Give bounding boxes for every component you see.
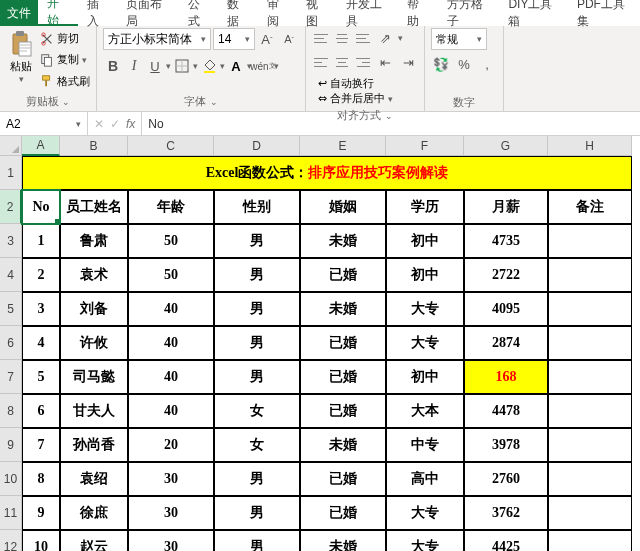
cell[interactable]: 4478 [464, 394, 548, 428]
cell[interactable]: 司马懿 [60, 360, 128, 394]
cell[interactable]: 3 [22, 292, 60, 326]
cell[interactable] [548, 462, 632, 496]
column-header[interactable]: D [214, 136, 300, 156]
cell[interactable]: 大专 [386, 530, 464, 551]
cell[interactable]: 2760 [464, 462, 548, 496]
cell[interactable]: 40 [128, 292, 214, 326]
cancel-icon[interactable]: ✕ [94, 117, 104, 131]
cell[interactable]: 年龄 [128, 190, 214, 224]
row-header[interactable]: 6 [0, 326, 22, 360]
cell[interactable]: 4425 [464, 530, 548, 551]
column-header[interactable]: E [300, 136, 386, 156]
row-header[interactable]: 8 [0, 394, 22, 428]
cell[interactable]: 员工姓名 [60, 190, 128, 224]
cell[interactable]: 已婚 [300, 462, 386, 496]
cell[interactable]: 赵云 [60, 530, 128, 551]
phonetic-button[interactable]: wén文 [253, 56, 273, 76]
cell[interactable]: 4735 [464, 224, 548, 258]
decrease-indent-button[interactable]: ⇤ [375, 52, 395, 72]
cell[interactable]: 女 [214, 394, 300, 428]
cell[interactable]: 4 [22, 326, 60, 360]
cell[interactable]: 性别 [214, 190, 300, 224]
tab-file[interactable]: 文件 [0, 0, 38, 26]
cell[interactable] [548, 360, 632, 394]
cell[interactable]: 男 [214, 292, 300, 326]
font-color-button[interactable]: A [226, 56, 246, 76]
select-all-button[interactable] [0, 136, 22, 156]
border-button[interactable] [172, 56, 192, 76]
align-center-button[interactable] [333, 54, 351, 70]
cell[interactable]: 男 [214, 224, 300, 258]
merge-center-button[interactable]: ⇔合并后居中▾ [318, 91, 418, 106]
cell[interactable]: 40 [128, 394, 214, 428]
cell[interactable]: 5 [22, 360, 60, 394]
cell[interactable]: 备注 [548, 190, 632, 224]
cell[interactable]: 8 [22, 462, 60, 496]
cell[interactable]: 初中 [386, 258, 464, 292]
cell[interactable]: 40 [128, 360, 214, 394]
cell[interactable]: 未婚 [300, 530, 386, 551]
tab-DIY工具箱[interactable]: DIY工具箱 [499, 0, 568, 26]
cell[interactable]: 168 [464, 360, 548, 394]
fx-icon[interactable]: fx [126, 117, 135, 131]
tab-公式[interactable]: 公式 [179, 0, 219, 26]
cell[interactable]: 10 [22, 530, 60, 551]
cell[interactable] [548, 326, 632, 360]
cell[interactable]: 40 [128, 326, 214, 360]
cell[interactable]: 3978 [464, 428, 548, 462]
cell[interactable]: 徐庶 [60, 496, 128, 530]
cell[interactable] [548, 394, 632, 428]
align-middle-button[interactable] [333, 30, 351, 46]
tab-视图[interactable]: 视图 [297, 0, 337, 26]
align-top-button[interactable] [312, 30, 330, 46]
cell[interactable]: 男 [214, 360, 300, 394]
cell[interactable] [548, 428, 632, 462]
column-header[interactable]: F [386, 136, 464, 156]
cell[interactable] [548, 224, 632, 258]
cell[interactable]: 大本 [386, 394, 464, 428]
column-header[interactable]: H [548, 136, 632, 156]
number-format-combo[interactable]: 常规▾ [431, 28, 487, 50]
cell[interactable]: 男 [214, 462, 300, 496]
cell[interactable]: 婚姻 [300, 190, 386, 224]
cell[interactable]: 2 [22, 258, 60, 292]
row-header[interactable]: 3 [0, 224, 22, 258]
cell[interactable]: 月薪 [464, 190, 548, 224]
row-header[interactable]: 12 [0, 530, 22, 551]
row-header[interactable]: 9 [0, 428, 22, 462]
cell[interactable]: 中专 [386, 428, 464, 462]
column-header[interactable]: B [60, 136, 128, 156]
cell[interactable]: 已婚 [300, 360, 386, 394]
font-name-combo[interactable]: 方正小标宋简体▾ [103, 28, 211, 50]
tab-PDF工具集[interactable]: PDF工具集 [568, 0, 640, 26]
cell[interactable]: No [22, 190, 60, 224]
cell[interactable]: 50 [128, 224, 214, 258]
cell[interactable]: 男 [214, 530, 300, 551]
cell[interactable]: 20 [128, 428, 214, 462]
tab-开发工具[interactable]: 开发工具 [337, 0, 398, 26]
cell[interactable]: 许攸 [60, 326, 128, 360]
increase-indent-button[interactable]: ⇥ [398, 52, 418, 72]
tab-插入[interactable]: 插入 [78, 0, 118, 26]
cell[interactable]: 大专 [386, 292, 464, 326]
cell[interactable]: 30 [128, 462, 214, 496]
increase-font-button[interactable]: Aˆ [257, 29, 277, 49]
accounting-format-button[interactable]: 💱 [431, 54, 451, 74]
cell[interactable]: 袁术 [60, 258, 128, 292]
cell[interactable]: 7 [22, 428, 60, 462]
cut-button[interactable]: 剪切 [40, 30, 90, 48]
cell[interactable]: 2722 [464, 258, 548, 292]
cell[interactable]: 女 [214, 428, 300, 462]
cell[interactable]: 刘备 [60, 292, 128, 326]
cell[interactable]: 1 [22, 224, 60, 258]
align-left-button[interactable] [312, 54, 330, 70]
cell[interactable]: 2874 [464, 326, 548, 360]
cell[interactable]: 甘夫人 [60, 394, 128, 428]
tab-帮助[interactable]: 帮助 [398, 0, 438, 26]
cell[interactable]: 鲁肃 [60, 224, 128, 258]
cell[interactable]: 已婚 [300, 258, 386, 292]
cell[interactable]: 学历 [386, 190, 464, 224]
cell[interactable]: 30 [128, 530, 214, 551]
cell[interactable] [548, 292, 632, 326]
underline-button[interactable]: U [145, 56, 165, 76]
